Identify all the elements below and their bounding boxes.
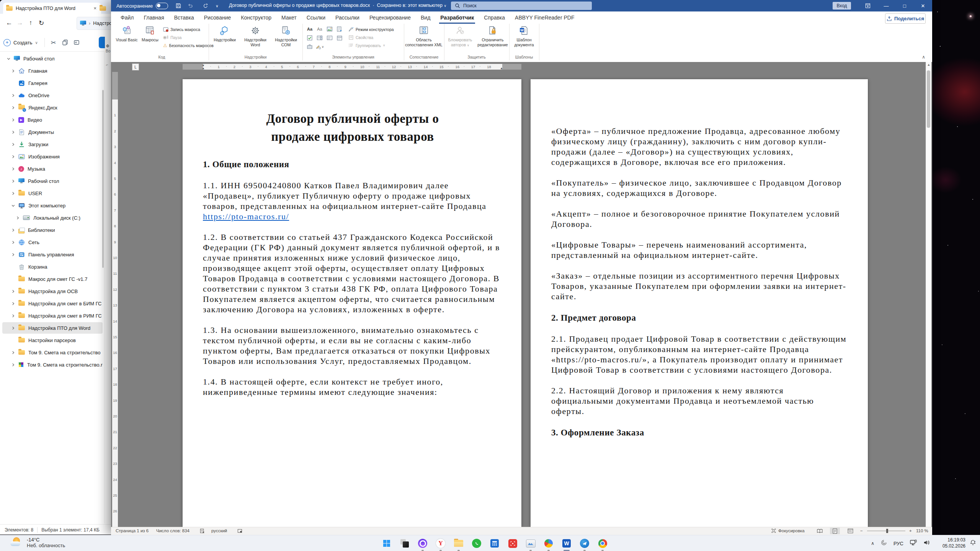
chrome-taskbar-icon[interactable] bbox=[596, 537, 609, 549]
picture-control-button[interactable] bbox=[325, 25, 334, 33]
collapse-ribbon-icon[interactable]: ∧ bbox=[922, 54, 925, 60]
document-page-2[interactable]: «Оферта» – публичное предложение Продавц… bbox=[531, 79, 868, 527]
chevron-right-icon[interactable] bbox=[10, 155, 16, 158]
refresh-button[interactable]: ↻ bbox=[36, 18, 47, 28]
volume-icon[interactable] bbox=[923, 540, 930, 547]
zoom-slider[interactable] bbox=[867, 531, 905, 531]
block-authors-button[interactable]: Блокировать авторов ∨ bbox=[445, 25, 475, 52]
date-picker-control-button[interactable] bbox=[335, 34, 344, 42]
tree-item-видео[interactable]: ▶Видео bbox=[2, 114, 103, 126]
tree-item-сеть[interactable]: Сеть bbox=[2, 236, 103, 248]
scrollbar-thumb[interactable] bbox=[927, 70, 930, 128]
tab-разработчик[interactable]: Разработчик bbox=[435, 11, 479, 24]
chevron-right-icon[interactable] bbox=[10, 106, 16, 109]
tree-item-корзина[interactable]: Корзина bbox=[2, 261, 103, 272]
checkbox-control-button[interactable] bbox=[305, 34, 314, 42]
address-bar[interactable]: › Надстройка ПТО для Word bbox=[77, 17, 112, 30]
chevron-down-icon[interactable] bbox=[5, 57, 11, 60]
tree-item-надстройка-пто-для-word[interactable]: Надстройка ПТО для Word bbox=[2, 322, 103, 334]
tree-item-том-9-смета-на-строительство[interactable]: Том 9. Смета на строительство bbox=[2, 347, 103, 358]
visual-basic-button[interactable]: Visual Basic bbox=[116, 25, 138, 52]
yandex-taskbar-icon[interactable]: Y bbox=[434, 537, 447, 549]
tree-scrollbar[interactable] bbox=[102, 90, 104, 268]
tree-item-изображения[interactable]: Изображения bbox=[2, 151, 103, 162]
chevron-right-icon[interactable] bbox=[10, 241, 16, 244]
start-taskbar-icon[interactable] bbox=[381, 537, 393, 549]
tray-app-icon[interactable] bbox=[881, 540, 887, 547]
tree-item-надстройка-для-смет-в-бим-гс-v2[interactable]: Надстройка для смет в БИМ ГС -v2 bbox=[2, 298, 103, 309]
autosave-toggle[interactable] bbox=[156, 3, 168, 9]
saved-status[interactable]: Сохранено в: этот компьютер bbox=[377, 3, 443, 8]
horizontal-ruler[interactable]: ▼ ▲ ▲ 1·2·3·4·5·6·7·8·9·10·11·12·13·14·1… bbox=[183, 64, 521, 70]
building-block-control-button[interactable] bbox=[335, 25, 344, 33]
right-indent-marker[interactable]: ▲ bbox=[500, 67, 503, 70]
properties-button[interactable]: Свойства bbox=[348, 33, 403, 41]
explorer-taskbar-icon[interactable] bbox=[452, 537, 465, 549]
tab-конструктор[interactable]: Конструктор bbox=[236, 11, 276, 24]
undo-icon[interactable] bbox=[186, 2, 194, 10]
cut-button[interactable]: ✂ bbox=[48, 37, 59, 48]
tab-справка[interactable]: Справка bbox=[479, 11, 510, 24]
com-addins-button[interactable]: Надстройки COM bbox=[271, 25, 301, 52]
tab-вставка[interactable]: Вставка bbox=[169, 11, 199, 24]
addins-button[interactable]: Надстройки bbox=[211, 25, 238, 52]
chevron-right-icon[interactable] bbox=[10, 179, 16, 183]
word-taskbar-icon[interactable]: W bbox=[560, 537, 573, 549]
chevron-right-icon[interactable] bbox=[10, 302, 16, 305]
tree-item-библиотеки[interactable]: Библиотеки bbox=[2, 224, 103, 236]
design-mode-button[interactable]: Режим конструктора bbox=[348, 25, 403, 33]
tree-item-том-9-смета-на-строительство-rar[interactable]: Том 9. Смета на строительство.rar bbox=[2, 359, 103, 370]
customize-quickbar-chevron-icon[interactable]: ∨ bbox=[213, 2, 221, 10]
chevron-right-icon[interactable] bbox=[10, 118, 16, 122]
notification-bell-icon[interactable]: z bbox=[970, 540, 976, 548]
legacy-tools-button[interactable] bbox=[305, 43, 314, 51]
scroll-up-icon[interactable]: ▲ bbox=[926, 63, 931, 67]
document-template-button[interactable]: W Шаблон документа bbox=[510, 25, 538, 52]
hyperlink[interactable]: https://pto-macros.ru/ bbox=[203, 212, 289, 221]
print-layout-button[interactable] bbox=[830, 528, 840, 534]
tree-item-настройки-парсеров[interactable]: Настройки парсеров bbox=[2, 334, 103, 346]
tab-главная[interactable]: Главная bbox=[139, 11, 169, 24]
weather-widget[interactable]: -14°C Неб. облачность bbox=[10, 537, 65, 548]
photos-taskbar-icon[interactable] bbox=[524, 537, 537, 549]
whatsapp-taskbar-icon[interactable] bbox=[470, 537, 483, 549]
chevron-right-icon[interactable] bbox=[10, 363, 16, 367]
pause-recording-button[interactable]: ◉‖ Пауза bbox=[163, 33, 208, 41]
chevron-right-icon[interactable] bbox=[10, 143, 16, 146]
tab-файл[interactable]: Файл bbox=[116, 11, 139, 24]
tab-stop-selector[interactable]: L bbox=[132, 64, 139, 70]
xml-mapping-pane-button[interactable]: Область сопоставления XML bbox=[405, 25, 443, 52]
tab-макет[interactable]: Макет bbox=[276, 11, 302, 24]
clock[interactable]: 16:19:03 05.02.2026 bbox=[942, 537, 965, 549]
tree-item-загрузки[interactable]: Загрузки bbox=[2, 139, 103, 150]
chevron-right-icon[interactable] bbox=[10, 290, 16, 293]
explorer-active-tab[interactable]: Надстройка ПТО для Word × bbox=[3, 3, 101, 14]
control-properties-tools-button[interactable]: ∨ bbox=[315, 43, 324, 51]
tray-chevron-up-icon[interactable]: ∧ bbox=[871, 541, 874, 546]
word-addins-button[interactable]: Надстройки Word bbox=[241, 25, 270, 52]
chevron-right-icon[interactable] bbox=[10, 94, 16, 97]
chevron-right-icon[interactable] bbox=[10, 314, 16, 318]
chevron-down-icon[interactable] bbox=[10, 204, 16, 207]
tree-item-панель-управления[interactable]: Панель управления bbox=[2, 249, 103, 260]
save-icon[interactable] bbox=[174, 2, 183, 10]
redo-icon[interactable] bbox=[201, 2, 210, 10]
dropdown-list-control-button[interactable] bbox=[325, 34, 334, 42]
chevron-right-icon[interactable] bbox=[10, 192, 16, 195]
chevron-right-icon[interactable] bbox=[10, 326, 16, 330]
tab-рецензирование[interactable]: Рецензирование bbox=[364, 11, 416, 24]
web-layout-button[interactable] bbox=[845, 528, 855, 534]
calculator-taskbar-icon[interactable] bbox=[488, 537, 501, 549]
tree-item-яндекс-диск[interactable]: ↻Яндекс.Диск bbox=[2, 102, 103, 113]
darkapp-taskbar-icon[interactable] bbox=[399, 537, 411, 549]
tree-item-надстройка-для-осв[interactable]: Надстройка для ОСВ bbox=[2, 285, 103, 297]
chevron-right-icon[interactable] bbox=[10, 130, 16, 134]
chevron-right-icon[interactable] bbox=[10, 69, 16, 73]
tab-abbyy-finereader-pdf[interactable]: ABBYY FineReader PDF bbox=[510, 11, 579, 24]
restrict-editing-button[interactable]: Ограничить редактирование bbox=[477, 25, 508, 52]
chevron-right-icon[interactable] bbox=[10, 167, 16, 171]
search-box[interactable]: Поиск bbox=[451, 2, 592, 10]
word-count[interactable]: Число слов: 834 bbox=[156, 528, 189, 533]
chevron-right-icon[interactable] bbox=[10, 351, 16, 354]
focus-mode-button[interactable]: Фокусировка bbox=[771, 528, 805, 533]
